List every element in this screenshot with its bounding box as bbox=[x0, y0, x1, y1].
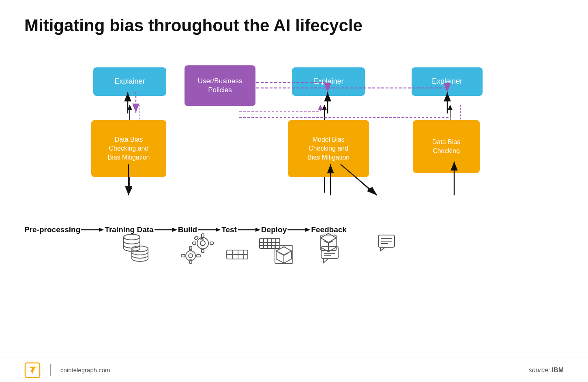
step-training: Training Data bbox=[105, 225, 153, 234]
diagram-area: Pre-processing Training Data Build Test … bbox=[24, 55, 564, 266]
step-feedback: Feedback bbox=[311, 225, 347, 234]
footer-url: cointelegraph.com bbox=[60, 367, 110, 373]
svg-marker-68 bbox=[305, 228, 310, 232]
lifecycle-absolute-row: Pre-processing Training Data Build Test … bbox=[24, 225, 347, 234]
svg-rect-74 bbox=[181, 255, 185, 257]
footer-brand: IBM bbox=[552, 367, 564, 373]
arrow-b bbox=[154, 225, 178, 234]
arrow-a bbox=[80, 225, 105, 234]
arrow-d bbox=[237, 225, 261, 234]
footer: ₮ cointelegraph.com source: IBM bbox=[0, 358, 588, 382]
svg-point-71 bbox=[189, 254, 193, 258]
arrow-e bbox=[287, 225, 311, 234]
training-data-icon-2 bbox=[114, 245, 166, 265]
footer-source: source: IBM bbox=[529, 367, 564, 374]
svg-point-70 bbox=[186, 251, 195, 261]
step-test: Test bbox=[221, 225, 237, 234]
svg-rect-30 bbox=[194, 236, 198, 240]
step-build: Build bbox=[178, 225, 197, 234]
svg-rect-85 bbox=[321, 246, 338, 259]
svg-marker-66 bbox=[255, 228, 260, 232]
deploy-icon-2 bbox=[260, 244, 308, 266]
page-title: Mitigating bias throughout the AI lifecy… bbox=[24, 16, 564, 35]
cointelegraph-logo-icon: ₮ bbox=[24, 362, 41, 378]
icons-absolute-row bbox=[24, 244, 353, 266]
data-bias-1-box: Data Bias Checking and Bias Mitigation bbox=[91, 120, 166, 177]
svg-marker-62 bbox=[172, 228, 177, 232]
svg-text:₮: ₮ bbox=[30, 365, 36, 376]
svg-rect-75 bbox=[197, 255, 200, 257]
build-icon-2 bbox=[166, 245, 215, 265]
svg-marker-60 bbox=[99, 228, 104, 232]
svg-point-23 bbox=[124, 234, 140, 240]
step-preprocessing: Pre-processing bbox=[24, 225, 80, 234]
explainer-box-2: Explainer bbox=[292, 67, 365, 96]
feedback-icon-2 bbox=[308, 245, 353, 265]
user-business-box: User/Business Policies bbox=[185, 65, 255, 106]
svg-marker-64 bbox=[216, 228, 221, 232]
explainer-box-1: Explainer bbox=[93, 67, 166, 96]
data-bias-2-box: Data Bias Checking bbox=[413, 120, 480, 173]
svg-marker-83 bbox=[276, 247, 292, 255]
explainer-box-3: Explainer bbox=[412, 67, 483, 96]
svg-point-69 bbox=[132, 246, 148, 252]
step-deploy: Deploy bbox=[261, 225, 287, 234]
footer-logo: ₮ cointelegraph.com bbox=[24, 362, 110, 378]
footer-divider bbox=[50, 364, 51, 376]
arrow-c bbox=[197, 225, 221, 234]
model-bias-box: Model Bias Checking and Bias Mitigation bbox=[288, 120, 369, 177]
feedback-icon bbox=[371, 233, 403, 253]
test-icon-2 bbox=[215, 248, 260, 262]
